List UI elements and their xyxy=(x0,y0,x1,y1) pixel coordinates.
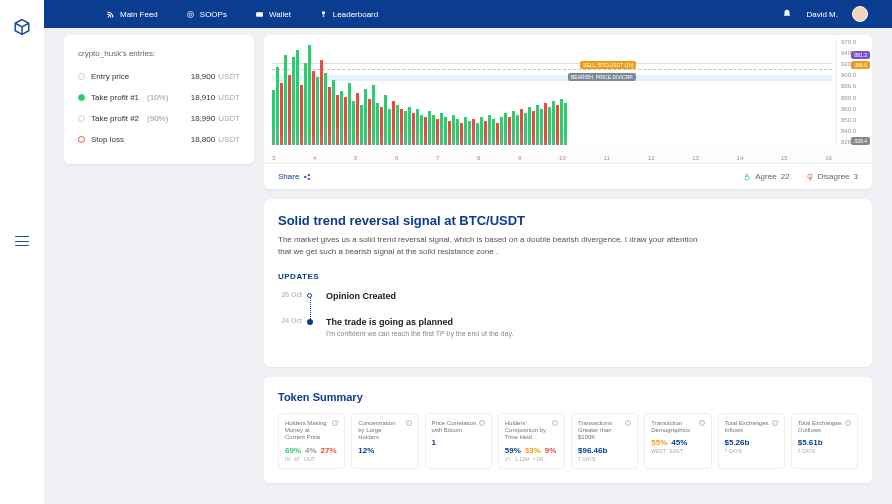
info-icon[interactable]: i xyxy=(552,420,558,426)
username[interactable]: David M. xyxy=(806,10,838,19)
tile-title: Holders Making Money at Current Pricei xyxy=(285,420,338,442)
tile-value: 9% xyxy=(545,446,557,455)
feed-icon xyxy=(106,10,115,19)
tile-value: 1 xyxy=(432,438,436,447)
y-tick: 828.4 xyxy=(841,139,870,145)
entry-row: Stop loss18,800USDT xyxy=(78,129,240,150)
status-dot xyxy=(78,136,85,143)
tile-value: 45% xyxy=(671,438,687,447)
entry-unit: USDT xyxy=(218,135,240,144)
nav-label: Wallet xyxy=(269,10,291,19)
nav-wallet[interactable]: Wallet xyxy=(255,10,291,19)
info-icon[interactable]: i xyxy=(772,420,778,426)
token-tile[interactable]: Transaction Demographicsi55%45%WESTEAST xyxy=(644,413,711,469)
tile-sub: 1Y xyxy=(505,456,511,462)
disagree-button[interactable]: Disagree 3 xyxy=(806,172,858,181)
token-tile[interactable]: Concentration by Large Holdersi12% xyxy=(351,413,418,469)
x-tick: 7 xyxy=(436,155,439,161)
info-icon[interactable]: i xyxy=(406,420,412,426)
nav-label: Main Feed xyxy=(120,10,158,19)
entry-label: Take profit #1 xyxy=(91,93,139,102)
tile-sub: 7 DAYS xyxy=(578,456,595,462)
reversal-title: Solid trend reversal signal at BTC/USDT xyxy=(278,213,858,228)
y-tick: 900.0 xyxy=(841,72,870,78)
timeline-item: 24 OctThe trade is going as plannedI'm c… xyxy=(326,317,858,337)
x-tick: 10 xyxy=(559,155,566,161)
tile-value: 69% xyxy=(285,446,301,455)
y-tick: 880.0 xyxy=(841,95,870,101)
svg-point-2 xyxy=(189,13,191,15)
tile-sub: WEST xyxy=(651,448,665,454)
tl-dot xyxy=(307,319,313,325)
info-icon[interactable]: i xyxy=(332,420,338,426)
target-icon xyxy=(186,10,195,19)
tile-value: 27% xyxy=(321,446,337,455)
tile-title: Transactions Greater than $100Ki xyxy=(578,420,631,442)
nav-label: Leaderboard xyxy=(333,10,378,19)
tile-title: Holders' Composition by Time Heldi xyxy=(505,420,558,442)
x-tick: 11 xyxy=(603,155,610,161)
tile-sub: IN xyxy=(285,456,290,462)
tile-value: 12% xyxy=(358,446,374,455)
y-tick: 840.0 xyxy=(841,128,870,134)
info-icon[interactable]: i xyxy=(625,420,631,426)
thumbs-down-icon xyxy=(806,173,814,181)
tl-dot xyxy=(307,293,312,298)
entry-row: Entry price18,900USDT xyxy=(78,66,240,87)
reversal-card: Solid trend reversal signal at BTC/USDT … xyxy=(264,199,872,367)
nav-soops[interactable]: SOOPs xyxy=(186,10,227,19)
token-tile[interactable]: Total Exchanges Inflowsi$5.26b7 DAYS xyxy=(718,413,785,469)
bell-icon[interactable] xyxy=(782,9,792,19)
entry-value: 18,800 xyxy=(191,135,215,144)
token-tile[interactable]: Total Exchanges Outflowsi$5.61b7 DAYS xyxy=(791,413,858,469)
svg-point-0 xyxy=(108,16,110,18)
tile-value: $5.61b xyxy=(798,438,823,447)
entry-row: Take profit #2(90%)18,990USDT xyxy=(78,108,240,129)
nav-leaderboard[interactable]: Leaderboard xyxy=(319,10,378,19)
logo-icon[interactable] xyxy=(13,18,31,36)
tl-title: The trade is going as planned xyxy=(326,317,858,327)
tile-title: Total Exchanges Outflowsi xyxy=(798,420,851,434)
entry-unit: USDT xyxy=(218,72,240,81)
info-icon[interactable]: i xyxy=(699,420,705,426)
svg-rect-3 xyxy=(256,12,263,17)
price-chart[interactable]: SELL: BTC/USDT (1h) BEARISH: PRICE DIV/C… xyxy=(264,35,872,163)
share-button[interactable]: Share xyxy=(278,172,311,181)
tile-sub: EAST xyxy=(670,448,683,454)
sidebar xyxy=(0,0,44,504)
nav-main-feed[interactable]: Main Feed xyxy=(106,10,158,19)
updates-label: UPDATES xyxy=(278,272,858,281)
thumbs-up-icon xyxy=(743,173,751,181)
tile-sub: <1M xyxy=(533,456,543,462)
entry-unit: USDT xyxy=(218,114,240,123)
y-tick: 886.6 xyxy=(841,83,870,89)
status-dot xyxy=(78,73,85,80)
agree-button[interactable]: Agree 22 xyxy=(743,172,789,181)
y-tick: 920.0 xyxy=(841,61,870,67)
tl-title: Opinion Created xyxy=(326,291,858,301)
token-tile[interactable]: Holders' Composition by Time Heldi59%33%… xyxy=(498,413,565,469)
token-tile[interactable]: Price Correlation with Bitcoini1 xyxy=(425,413,492,469)
menu-icon[interactable] xyxy=(15,236,29,246)
token-title: Token Summary xyxy=(278,391,858,403)
status-dot xyxy=(78,94,85,101)
nav-label: SOOPs xyxy=(200,10,227,19)
info-icon[interactable]: i xyxy=(479,420,485,426)
tile-sub: AT xyxy=(294,456,300,462)
tile-value: 4% xyxy=(305,446,317,455)
chart-card: SELL: BTC/USDT (1h) BEARISH: PRICE DIV/C… xyxy=(264,35,872,189)
tile-sub: 7 DAYS xyxy=(798,448,815,454)
token-tile[interactable]: Holders Making Money at Current Pricei69… xyxy=(278,413,345,469)
tile-value: $5.26b xyxy=(725,438,750,447)
timeline-item: 26 OctOpinion Created xyxy=(326,291,858,301)
top-nav: Main Feed SOOPs Wallet Leaderboard David… xyxy=(44,0,892,28)
tile-title: Transaction Demographicsi xyxy=(651,420,704,434)
token-tile[interactable]: Transactions Greater than $100Ki$96.46b7… xyxy=(571,413,638,469)
avatar[interactable] xyxy=(852,6,868,22)
x-tick: 14 xyxy=(737,155,744,161)
svg-point-1 xyxy=(187,11,193,17)
info-icon[interactable]: i xyxy=(845,420,851,426)
x-tick: 9 xyxy=(518,155,521,161)
status-dot xyxy=(78,115,85,122)
x-tick: 3 xyxy=(272,155,275,161)
